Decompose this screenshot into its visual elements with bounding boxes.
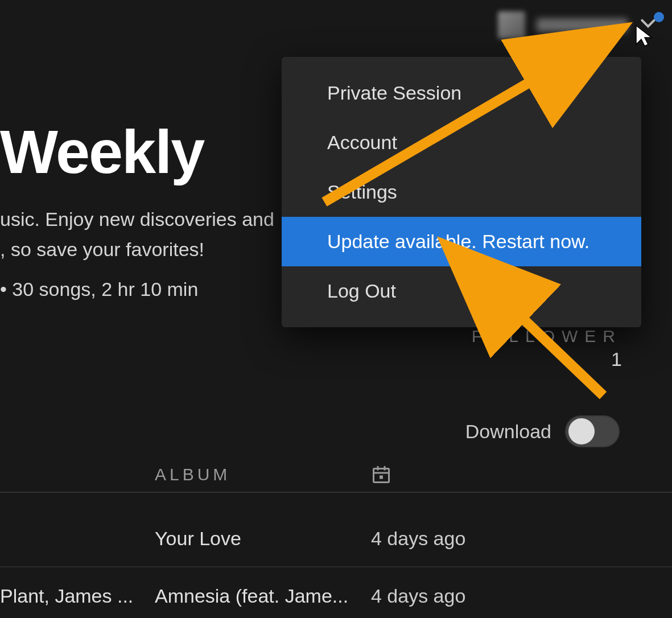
cell-date: 4 days ago — [371, 528, 465, 550]
playlist-hero: Weekly usic. Enjoy new discoveries and ,… — [0, 120, 274, 300]
follower-block: FOLLOWER 1 — [472, 327, 622, 370]
download-toggle[interactable] — [565, 415, 620, 447]
menu-item-settings[interactable]: Settings — [282, 167, 641, 217]
desc-line-2: , so save your favorites! — [0, 238, 204, 260]
playlist-description: usic. Enjoy new discoveries and , so sav… — [0, 204, 274, 264]
download-row: Download — [465, 415, 620, 447]
menu-item-account[interactable]: Account — [282, 118, 641, 167]
desc-line-1: usic. Enjoy new discoveries and — [0, 208, 274, 230]
follower-label: FOLLOWER — [472, 327, 622, 346]
cell-date: 4 days ago — [371, 585, 465, 607]
column-album[interactable]: ALBUM — [155, 465, 230, 484]
track-table-header: ALBUM — [0, 475, 672, 493]
avatar[interactable] — [498, 11, 525, 39]
download-label: Download — [465, 421, 551, 443]
playlist-meta: • 30 songs, 2 hr 10 min — [0, 278, 274, 300]
username-obscured — [537, 18, 628, 32]
toggle-knob — [568, 418, 595, 444]
user-header — [498, 11, 661, 39]
calendar-icon[interactable] — [371, 464, 391, 485]
page-title: Weekly — [0, 120, 274, 184]
user-menu-toggle[interactable] — [639, 14, 661, 36]
notification-dot — [654, 12, 664, 22]
menu-item-private-session[interactable]: Private Session — [282, 68, 641, 118]
menu-item-log-out[interactable]: Log Out — [282, 266, 641, 316]
table-row[interactable]: Your Love 4 days ago — [0, 510, 672, 567]
user-dropdown-menu: Private Session Account Settings Update … — [282, 57, 641, 327]
cell-artist: Plant, James ... — [0, 585, 154, 607]
table-row[interactable]: Plant, James ... Amnesia (feat. Jame... … — [0, 567, 672, 618]
svg-rect-4 — [380, 476, 383, 479]
menu-item-update-restart[interactable]: Update available. Restart now. — [282, 217, 641, 266]
cell-album: Your Love — [155, 528, 365, 550]
follower-count: 1 — [472, 348, 622, 370]
cell-album: Amnesia (feat. Jame... — [155, 585, 365, 607]
